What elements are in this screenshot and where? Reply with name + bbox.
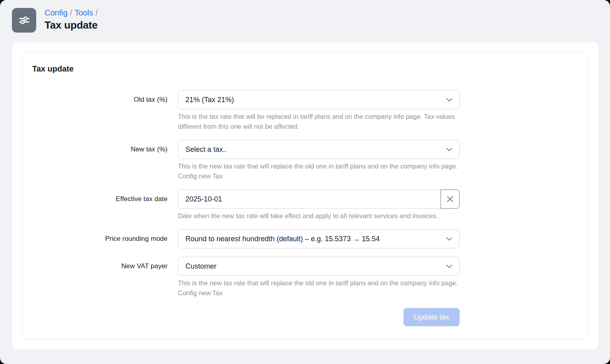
effective-date-input-group — [178, 190, 460, 209]
breadcrumb-link-config[interactable]: Config — [45, 8, 68, 17]
vat-payer-field: Customer This is the new tax rate that w… — [178, 257, 460, 298]
new-tax-select[interactable]: Select a tax.. — [178, 140, 460, 159]
breadcrumb: Config/Tools/ — [45, 8, 100, 18]
app-window: Config/Tools/ Tax update Tax update Old … — [0, 0, 610, 364]
tax-update-card: Tax update Old tax (%) 21% (Tax 21%) Thi… — [22, 52, 589, 339]
old-tax-help: This is the tax rate that will be replac… — [178, 112, 460, 132]
new-tax-help: This is the new tax rate that will repla… — [178, 161, 460, 181]
old-tax-select[interactable]: 21% (Tax 21%) — [178, 90, 460, 109]
new-tax-selected-value: Select a tax.. — [185, 145, 227, 154]
chevron-down-icon — [446, 146, 453, 153]
form-actions: Update tax — [178, 308, 460, 326]
card-title: Tax update — [32, 64, 579, 74]
sliders-icon-glyph — [18, 14, 31, 27]
effective-date-field: Date when the new tax rate will take eff… — [178, 190, 460, 221]
new-tax-label: New tax (%) — [32, 140, 168, 181]
form-row-effective-date: Effective tax date Date when the new tax… — [32, 190, 579, 221]
old-tax-field: 21% (Tax 21%) This is the tax rate that … — [178, 90, 460, 132]
effective-date-help: Date when the new tax rate will take eff… — [178, 211, 460, 221]
tax-update-form: Old tax (%) 21% (Tax 21%) This is the ta… — [32, 90, 579, 326]
chevron-down-icon — [446, 96, 453, 103]
price-rounding-label: Price rounding mode — [32, 229, 168, 248]
form-row-old-tax: Old tax (%) 21% (Tax 21%) This is the ta… — [32, 90, 579, 132]
update-tax-button[interactable]: Update tax — [403, 308, 460, 326]
clear-date-button[interactable] — [440, 190, 460, 209]
content-card: Tax update Old tax (%) 21% (Tax 21%) Thi… — [12, 42, 599, 350]
form-row-new-tax: New tax (%) Select a tax.. This is the n… — [32, 140, 579, 181]
chevron-down-icon — [446, 263, 453, 270]
header-text: Config/Tools/ Tax update — [45, 7, 100, 31]
new-tax-field: Select a tax.. This is the new tax rate … — [178, 140, 460, 181]
page-header: Config/Tools/ Tax update — [0, 0, 610, 33]
breadcrumb-link-tools[interactable]: Tools — [74, 8, 93, 17]
old-tax-label: Old tax (%) — [32, 90, 168, 132]
vat-payer-help: This is the new tax rate that will repla… — [178, 278, 460, 298]
form-row-vat-payer: New VAT payer Customer This is the new t… — [32, 257, 579, 298]
sliders-icon — [12, 8, 36, 33]
price-rounding-selected-value: Round to nearest hundredth (default) – e… — [185, 235, 380, 243]
vat-payer-select[interactable]: Customer — [178, 257, 460, 276]
vat-payer-label: New VAT payer — [32, 257, 168, 298]
breadcrumb-separator: / — [95, 8, 98, 17]
page-title: Tax update — [45, 19, 100, 31]
x-icon — [446, 195, 454, 203]
price-rounding-field: Round to nearest hundredth (default) – e… — [178, 229, 460, 248]
price-rounding-select[interactable]: Round to nearest hundredth (default) – e… — [178, 229, 460, 248]
effective-date-input[interactable] — [178, 190, 441, 209]
form-row-price-rounding: Price rounding mode Round to nearest hun… — [32, 229, 579, 248]
vat-payer-selected-value: Customer — [185, 262, 216, 271]
effective-date-label: Effective tax date — [32, 190, 168, 221]
old-tax-selected-value: 21% (Tax 21%) — [185, 96, 234, 104]
chevron-down-icon — [446, 235, 453, 242]
breadcrumb-separator: / — [70, 8, 72, 17]
